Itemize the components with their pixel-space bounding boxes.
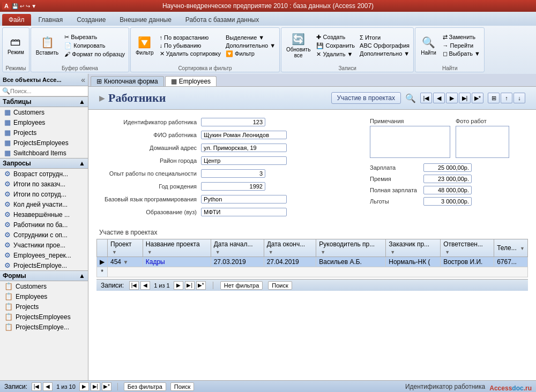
col-header-end[interactable]: Дата оконч... ▼ (264, 239, 316, 257)
sidebar-item-query3[interactable]: ⚙ Итоги по сотруд... (0, 189, 88, 199)
bottom-record-nav[interactable]: |◀ ◀ 1 из 10 ▶ ▶| ▶* (32, 382, 111, 391)
action-btn-3[interactable]: ↓ (513, 93, 525, 103)
subnav-prev-btn[interactable]: ◀ (140, 281, 150, 290)
filter-toggle-button[interactable]: 🔽 Фильтр (224, 50, 277, 58)
filter-button[interactable]: 🔽 Фильтр (133, 34, 157, 57)
col-header-id[interactable]: Проект ▼ (108, 239, 143, 257)
bottom-nav-first-btn[interactable]: |◀ (32, 382, 41, 391)
cell-responsible[interactable]: Востров И.И. (441, 257, 494, 267)
sidebar-item-projects-table[interactable]: ▦ Projects (0, 127, 88, 138)
find-button[interactable]: 🔍 Найти (418, 34, 440, 57)
tab-external[interactable]: Внешние данные (113, 14, 178, 26)
nav-first-btn[interactable]: |◀ (420, 93, 432, 103)
totals-button[interactable]: Σ Итоги (358, 34, 411, 41)
forms-section-header[interactable]: Формы ▲ (0, 270, 88, 281)
participate-button[interactable]: Участие в проектах (331, 92, 401, 104)
queries-section-header[interactable]: Запросы ▲ (0, 158, 88, 169)
tables-section-header[interactable]: Таблицы ▲ (0, 96, 88, 107)
sidebar-item-employees-table[interactable]: ▦ Employees (0, 117, 88, 127)
sidebar-item-query1[interactable]: ⚙ Возраст сотрудн... (0, 169, 88, 179)
sidebar-item-query7[interactable]: ⚙ Сотрудники с оп... (0, 230, 88, 240)
col-header-responsible[interactable]: Ответствен... ▼ (441, 239, 494, 257)
sidebar-item-customers-form[interactable]: 📋 Customers (0, 281, 88, 291)
col-header-manager[interactable]: Руководитель пр... ▼ (316, 239, 386, 257)
field-input-district[interactable] (201, 156, 287, 165)
sidebar-item-query2[interactable]: ⚙ Итоги по заказч... (0, 179, 88, 189)
paste-button[interactable]: 📋 Вставить (33, 34, 61, 57)
nav-last-btn[interactable]: ▶| (459, 93, 471, 103)
sidebar-item-customers-table[interactable]: ▦ Customers (0, 107, 88, 117)
subform-record-nav[interactable]: |◀ ◀ 1 из 1 ▶ ▶| ▶* (129, 281, 206, 290)
field-input-fio[interactable] (201, 131, 287, 139)
salary-input-benefits[interactable] (423, 197, 472, 206)
sidebar-item-query6[interactable]: ⚙ Работники по ба... (0, 220, 88, 230)
bottom-nav-new-btn[interactable]: ▶* (102, 382, 111, 391)
subnav-new-btn[interactable]: ▶* (196, 281, 206, 290)
refresh-button[interactable]: 🔄 Обновитьвсе (284, 31, 313, 60)
selection-button[interactable]: Выделение ▼ (224, 34, 277, 41)
sidebar-item-query10[interactable]: ⚙ ProjectsEmploye... (0, 260, 88, 270)
tab-create[interactable]: Создание (70, 14, 112, 26)
goto-button[interactable]: → Перейти (441, 42, 482, 49)
notes-box[interactable] (370, 126, 450, 158)
sidebar-item-projects-form[interactable]: 📋 Projects (0, 301, 88, 312)
sidebar-collapse-btn[interactable]: « (81, 76, 85, 84)
additional-button[interactable]: Дополнительно ▼ (224, 42, 277, 49)
field-input-birth[interactable] (201, 182, 265, 191)
format-button[interactable]: 🖌 Формат по образцу (63, 50, 126, 58)
sidebar-item-query4[interactable]: ⚙ Кол дней участи... (0, 199, 88, 209)
bottom-nav-last-btn[interactable]: ▶| (91, 382, 100, 391)
sidebar-item-query8[interactable]: ⚙ Участники прое... (0, 240, 88, 250)
tab-database[interactable]: Работа с базами данных (179, 14, 265, 26)
field-input-address[interactable] (201, 144, 287, 152)
col-header-start[interactable]: Дата начал... ▼ (211, 239, 264, 257)
salary-input-base[interactable] (423, 163, 472, 172)
nav-new-btn[interactable]: ▶* (472, 93, 483, 103)
subform-filter-btn[interactable]: Нет фильтра (220, 281, 263, 290)
table-row[interactable]: ▶ 454 ▼ Кадры 27.03.2019 27.04.2019 Васи… (97, 257, 528, 267)
cell-customer[interactable]: Нормаль-НК ( (386, 257, 441, 267)
subform-search-btn[interactable]: Поиск (268, 281, 292, 290)
sort-asc-button[interactable]: ↑ По возрастанию (158, 34, 222, 41)
cell-start[interactable]: 27.03.2019 (211, 257, 264, 267)
bottom-search-btn[interactable]: Поиск (170, 382, 194, 391)
view-button[interactable]: 🗃 Режим (5, 34, 27, 57)
nav-prev-btn[interactable]: ◀ (433, 93, 445, 103)
more-button[interactable]: Дополнительно ▼ (358, 50, 411, 57)
sidebar-item-query5[interactable]: ⚙ Незавершённые ... (0, 209, 88, 220)
doc-tab-buttonform[interactable]: ⊞ Кнопочная форма (91, 76, 164, 86)
nav-next-btn[interactable]: ▶ (446, 93, 458, 103)
field-input-lang[interactable] (201, 195, 287, 203)
create-record-button[interactable]: ✚ Создать (315, 33, 356, 41)
col-header-customer[interactable]: Заказчик пр... ▼ (386, 239, 441, 257)
sidebar-item-switchboard-table[interactable]: ▦ Switchboard Items (0, 148, 88, 158)
salary-input-bonus[interactable] (423, 175, 472, 183)
sidebar-search-area[interactable]: 🔍 (0, 86, 88, 96)
cell-id[interactable]: 454 ▼ (108, 257, 143, 267)
cell-end[interactable]: 27.04.2019 (264, 257, 316, 267)
select-button[interactable]: ◻ Выбрать ▼ (441, 50, 482, 58)
action-btn-1[interactable]: ⊞ (488, 93, 500, 103)
copy-button[interactable]: 📄 Копировать (63, 42, 126, 50)
dropdown-arrow[interactable]: ▼ (123, 259, 128, 265)
save-record-button[interactable]: 💾 Сохранить (315, 42, 356, 50)
sidebar-item-employees-form[interactable]: 📋 Employees (0, 291, 88, 301)
tab-home[interactable]: Главная (32, 14, 70, 26)
sidebar-search-input[interactable] (10, 88, 86, 94)
sidebar-item-projectsemployees-table[interactable]: ▦ ProjectsEmployees (0, 138, 88, 148)
cell-manager[interactable]: Васильев А.Б. (316, 257, 386, 267)
replace-button[interactable]: ⇄ Заменить (441, 33, 482, 41)
field-input-experience[interactable] (201, 169, 265, 178)
remove-sort-button[interactable]: ✕ Удалить сортировку (158, 50, 222, 58)
tab-file[interactable]: Файл (2, 14, 31, 26)
action-btn-2[interactable]: ↑ (501, 93, 512, 103)
sidebar-item-pe2-form[interactable]: 📋 ProjectsEmploye... (0, 322, 88, 332)
field-input-edu[interactable] (201, 208, 287, 216)
subnav-first-btn[interactable]: |◀ (129, 281, 139, 290)
bottom-nav-next-btn[interactable]: ▶ (79, 382, 89, 391)
col-header-name[interactable]: Название проекта ▼ (143, 239, 211, 257)
cut-button[interactable]: ✂ Вырезать (63, 33, 126, 41)
sort-desc-button[interactable]: ↓ По убыванию (158, 42, 222, 49)
subnav-next-btn[interactable]: ▶ (174, 281, 183, 290)
cell-phone[interactable]: 6767... (494, 257, 528, 267)
